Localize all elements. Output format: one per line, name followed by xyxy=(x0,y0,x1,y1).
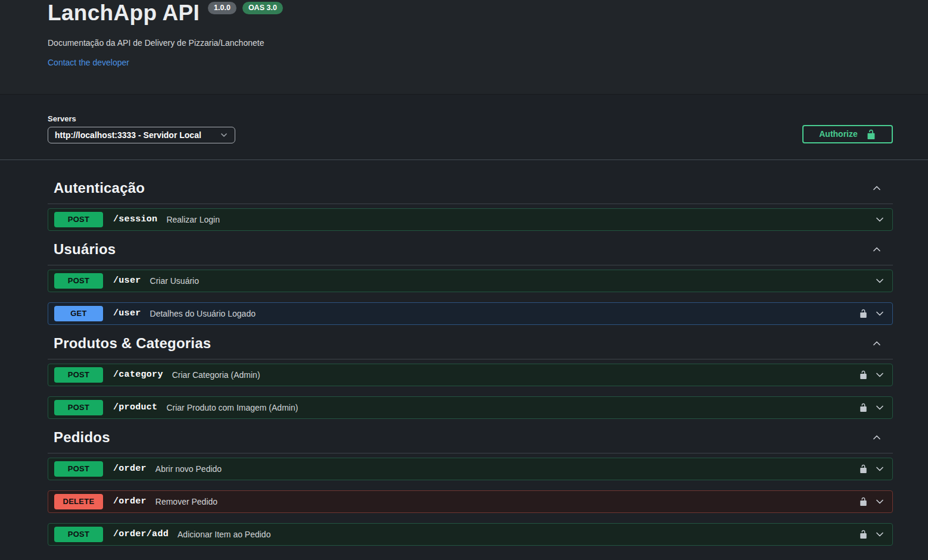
operation-summary: Abrir novo Pedido xyxy=(155,464,222,474)
operation-path: /user xyxy=(113,308,141,318)
chevron-down-icon[interactable] xyxy=(874,528,886,540)
operation-row[interactable]: POST /product Criar Produto com Imagem (… xyxy=(48,396,893,419)
operation-controls xyxy=(859,496,886,508)
operation-summary: Remover Pedido xyxy=(155,497,217,506)
section-title: Usuários xyxy=(54,241,116,258)
operation-path: /user xyxy=(113,276,141,286)
unlock-icon xyxy=(866,129,876,139)
section-divider xyxy=(48,265,893,265)
operation-path: /order xyxy=(113,496,147,506)
chevron-down-icon[interactable] xyxy=(874,214,886,226)
operations-group: POST /order Abrir novo Pedido DELETE /or… xyxy=(48,458,893,546)
method-badge: GET xyxy=(54,306,103,321)
info-header: LanchApp API 1.0.0 OAS 3.0 Documentação … xyxy=(0,0,928,95)
operation-path: /product xyxy=(113,402,157,412)
section-title: Pedidos xyxy=(54,429,110,446)
method-badge: POST xyxy=(54,273,103,289)
operation-controls xyxy=(874,214,886,226)
section-title: Produtos & Categorias xyxy=(54,335,211,352)
unlock-icon[interactable] xyxy=(859,403,868,412)
contact-developer-link[interactable]: Contact the developer xyxy=(48,58,129,67)
operation-controls xyxy=(859,463,886,475)
operation-summary: Criar Categoria (Admin) xyxy=(172,370,260,380)
operation-row[interactable]: POST /order/add Adicionar Item ao Pedido xyxy=(48,523,893,546)
operation-controls xyxy=(859,369,886,381)
tag-section: Pedidos POST /order Abrir novo Pedido DE… xyxy=(48,429,893,546)
server-select[interactable]: http://localhost:3333 - Servidor Local xyxy=(48,127,235,143)
operation-controls xyxy=(859,402,886,414)
operation-controls xyxy=(859,528,886,540)
operations-group: POST /category Criar Categoria (Admin) P… xyxy=(48,364,893,419)
tag-section: Usuários POST /user Criar Usuário GET /u… xyxy=(48,241,893,325)
operation-path: /order/add xyxy=(113,529,169,539)
section-header[interactable]: Usuários xyxy=(48,241,893,258)
method-badge: POST xyxy=(54,367,103,383)
operation-summary: Criar Usuário xyxy=(150,276,199,286)
chevron-up-icon[interactable] xyxy=(871,182,883,194)
operation-controls xyxy=(874,275,886,287)
method-badge: POST xyxy=(54,400,103,415)
operation-row[interactable]: POST /order Abrir novo Pedido xyxy=(48,458,893,480)
api-description: Documentação da API de Delivery de Pizza… xyxy=(48,38,893,48)
section-title: Autenticação xyxy=(54,180,145,196)
chevron-down-icon[interactable] xyxy=(874,369,886,381)
chevron-down-icon[interactable] xyxy=(874,275,886,287)
unlock-icon[interactable] xyxy=(859,309,868,318)
method-badge: DELETE xyxy=(54,494,103,509)
chevron-up-icon[interactable] xyxy=(871,431,883,443)
operation-path: /session xyxy=(113,214,157,224)
chevron-down-icon[interactable] xyxy=(874,463,886,475)
operation-summary: Adicionar Item ao Pedido xyxy=(177,530,270,539)
tag-section: Produtos & Categorias POST /category Cri… xyxy=(48,335,893,419)
server-select-value: http://localhost:3333 - Servidor Local xyxy=(55,130,219,140)
page-title: LanchApp API xyxy=(48,1,200,26)
servers-block: Servers http://localhost:3333 - Servidor… xyxy=(48,114,235,143)
section-divider xyxy=(48,359,893,359)
title-row: LanchApp API 1.0.0 OAS 3.0 xyxy=(48,1,893,26)
operation-summary: Criar Produto com Imagem (Admin) xyxy=(166,403,298,412)
operation-summary: Detalhes do Usuário Logado xyxy=(150,309,256,318)
operation-row[interactable]: GET /user Detalhes do Usuário Logado xyxy=(48,302,893,325)
servers-label: Servers xyxy=(48,114,235,123)
chevron-down-icon[interactable] xyxy=(874,402,886,414)
section-header[interactable]: Produtos & Categorias xyxy=(48,335,893,352)
chevron-up-icon[interactable] xyxy=(871,243,883,255)
section-header[interactable]: Pedidos xyxy=(48,429,893,446)
unlock-icon[interactable] xyxy=(859,530,868,539)
operations-list: Autenticação POST /session Realizar Logi… xyxy=(48,160,893,546)
version-badge: 1.0.0 xyxy=(208,2,236,14)
chevron-up-icon[interactable] xyxy=(871,337,883,349)
chevron-down-icon xyxy=(219,130,229,140)
operation-path: /order xyxy=(113,464,147,474)
tag-section: Autenticação POST /session Realizar Logi… xyxy=(48,180,893,231)
oas-badge: OAS 3.0 xyxy=(242,2,283,14)
operation-controls xyxy=(859,308,886,320)
operations-group: POST /session Realizar Login xyxy=(48,208,893,231)
section-divider xyxy=(48,453,893,453)
section-divider xyxy=(48,204,893,204)
method-badge: POST xyxy=(54,527,103,542)
operation-row[interactable]: POST /category Criar Categoria (Admin) xyxy=(48,364,893,386)
operation-row[interactable]: POST /session Realizar Login xyxy=(48,208,893,231)
operation-row[interactable]: POST /user Criar Usuário xyxy=(48,270,893,292)
operations-group: POST /user Criar Usuário GET /user Detal… xyxy=(48,270,893,325)
chevron-down-icon[interactable] xyxy=(874,496,886,508)
unlock-icon[interactable] xyxy=(859,370,868,379)
operation-path: /category xyxy=(113,370,163,380)
unlock-icon[interactable] xyxy=(859,497,868,506)
method-badge: POST xyxy=(54,212,103,227)
operation-row[interactable]: DELETE /order Remover Pedido xyxy=(48,490,893,513)
scheme-container: Servers http://localhost:3333 - Servidor… xyxy=(0,95,928,160)
chevron-down-icon[interactable] xyxy=(874,308,886,320)
unlock-icon[interactable] xyxy=(859,464,868,473)
authorize-label: Authorize xyxy=(819,129,858,139)
method-badge: POST xyxy=(54,461,103,477)
operation-summary: Realizar Login xyxy=(166,215,220,224)
authorize-button[interactable]: Authorize xyxy=(802,125,893,143)
section-header[interactable]: Autenticação xyxy=(48,180,893,196)
